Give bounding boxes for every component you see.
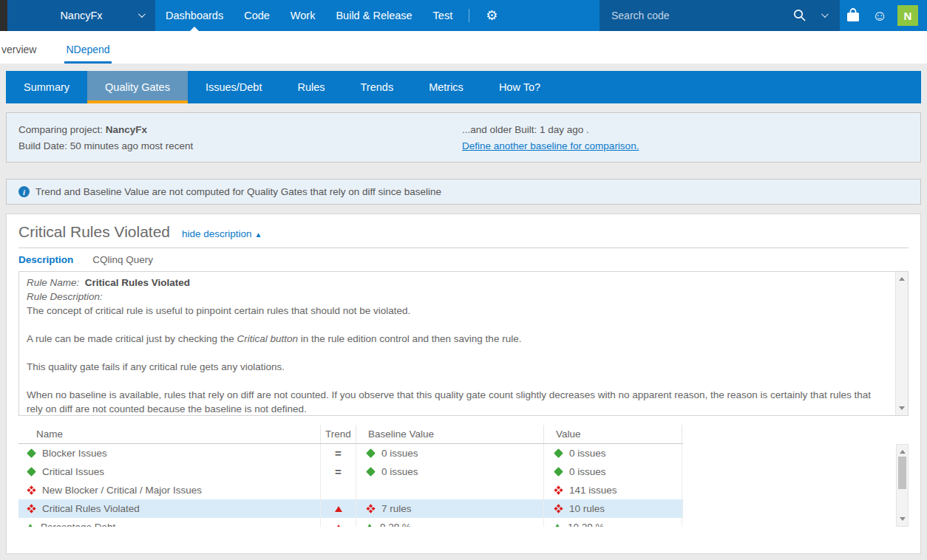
pass-diamond-icon — [365, 467, 376, 477]
nav-item-work[interactable]: Work — [280, 0, 326, 31]
tab-label: How To? — [499, 81, 540, 93]
search-scope-chevron-icon[interactable] — [821, 10, 829, 18]
hide-description-link[interactable]: hide description ▲ — [182, 228, 262, 239]
pass-diamond-icon — [26, 448, 36, 459]
smiley-glyph: ☺ — [872, 8, 887, 23]
cell-text: 0 issues — [381, 466, 418, 477]
nav-item-dashboards[interactable]: Dashboards — [155, 0, 234, 31]
improved-triangle-icon — [553, 524, 562, 527]
table-row[interactable]: Critical Issues=0 issues0 issues — [18, 462, 683, 481]
table-row[interactable]: Percentage Debt9.29 %10.29 % — [18, 518, 683, 527]
description-paragraph: A rule can be made critical just by chec… — [27, 332, 888, 346]
baseline-compare-panel: Comparing project: NancyFx Build Date: 5… — [6, 112, 921, 163]
older-build-line: ...and older Built: 1 day ago . — [462, 123, 639, 137]
build-date-line: Build Date: 50 minutes ago most recent — [18, 140, 462, 153]
gear-glyph: ⚙ — [486, 9, 498, 22]
scrollbar-thumb[interactable] — [898, 457, 906, 489]
cell-trend — [321, 518, 356, 527]
paragraph-text: in the rule edition control and then sav… — [298, 333, 521, 344]
quality-gate-card: Critical Rules Violated hide description… — [6, 214, 921, 554]
table-header-row: Name Trend Baseline Value Value — [18, 425, 683, 444]
table-row[interactable]: Blocker Issues=0 issues0 issues — [18, 444, 683, 462]
main-nav: Dashboards Code Work Build & Release Tes… — [155, 0, 508, 31]
cell-baseline-value: 0 issues — [356, 462, 544, 481]
table-scrollbar[interactable] — [896, 444, 909, 527]
cell-value: 0 issues — [544, 462, 682, 481]
cell-trend — [321, 481, 356, 499]
collapsed-hub-strip[interactable] — [0, 0, 7, 31]
scroll-up-arrow-icon[interactable] — [899, 277, 905, 281]
user-avatar[interactable]: N — [897, 5, 918, 26]
description-scrollbar[interactable] — [895, 272, 908, 415]
info-banner: i Trend and Baseline Value are not compu… — [6, 179, 921, 205]
worsened-triangle-icon — [335, 525, 342, 527]
improved-triangle-icon — [365, 524, 374, 527]
search-input[interactable]: Search code — [611, 10, 670, 21]
pass-diamond-icon — [26, 467, 36, 477]
cell-text: Blocker Issues — [42, 448, 107, 459]
tab-label: Rules — [297, 81, 325, 93]
fail-diamond-icon — [553, 504, 563, 514]
column-header-trend[interactable]: Trend — [321, 425, 356, 443]
nav-label: Build & Release — [336, 10, 412, 21]
tab-rules[interactable]: Rules — [279, 71, 342, 103]
scroll-down-arrow-icon[interactable] — [900, 517, 906, 521]
cell-value: 10 rules — [544, 499, 682, 518]
cell-baseline-value: 7 rules — [356, 499, 544, 518]
cell-value: 10.29 % — [544, 518, 682, 527]
cell-value: 141 issues — [544, 481, 682, 499]
cell-value: 0 issues — [544, 444, 682, 462]
nav-item-build-release[interactable]: Build & Release — [325, 0, 422, 31]
cell-name: Critical Issues — [18, 462, 321, 481]
paragraph-text: A rule can be made critical just by chec… — [27, 333, 237, 344]
trend-equal-icon: = — [333, 467, 344, 477]
nav-item-test[interactable]: Test — [423, 0, 464, 31]
column-header-value[interactable]: Value — [544, 425, 682, 443]
tab-overview[interactable]: verview — [0, 35, 38, 64]
spacer — [0, 64, 927, 71]
project-selector[interactable]: NancyFx — [7, 0, 155, 31]
tab-cqlinq-query[interactable]: CQlinq Query — [92, 254, 153, 265]
tab-quality-gates[interactable]: Quality Gates — [87, 71, 188, 103]
description-content: Rule Name: Critical Rules Violated Rule … — [19, 272, 895, 415]
tab-ndepend[interactable]: NDepend — [64, 35, 111, 64]
table-row[interactable]: Critical Rules Violated7 rules10 rules — [18, 499, 683, 518]
description-paragraph: The concept of critical rule is useful t… — [27, 304, 888, 318]
info-icon: i — [18, 186, 30, 197]
bag-glyph — [844, 7, 862, 24]
tab-metrics[interactable]: Metrics — [411, 71, 481, 103]
settings-gear-icon[interactable]: ⚙ — [475, 0, 508, 31]
nav-item-code[interactable]: Code — [234, 0, 280, 31]
search-icon[interactable] — [792, 8, 807, 23]
comparing-label: Comparing project: — [18, 124, 106, 135]
collapse-triangle-icon: ▲ — [254, 231, 262, 239]
tab-trends[interactable]: Trends — [343, 71, 412, 103]
cell-text: 10.29 % — [568, 522, 605, 527]
tab-description[interactable]: Description — [18, 254, 73, 265]
feedback-smiley-icon[interactable]: ☺ — [866, 0, 893, 31]
cell-baseline-value: 0 issues — [356, 444, 544, 462]
chevron-down-icon — [138, 10, 146, 18]
compare-left-column: Comparing project: NancyFx Build Date: 5… — [18, 120, 462, 153]
nav-right-group: Search code ☺ N — [600, 0, 927, 31]
tab-how-to[interactable]: How To? — [481, 71, 558, 103]
define-baseline-link[interactable]: Define another baseline for comparison. — [462, 140, 639, 151]
description-tabs: Description CQlinq Query — [18, 254, 909, 265]
search-box[interactable]: Search code — [600, 0, 840, 31]
table-row[interactable]: New Blocker / Critical / Major Issues141… — [18, 481, 683, 499]
fail-diamond-icon — [26, 504, 36, 514]
column-header-baseline-value[interactable]: Baseline Value — [356, 425, 544, 443]
info-banner-text: Trend and Baseline Value are not compute… — [35, 186, 441, 197]
scroll-down-arrow-icon[interactable] — [899, 406, 905, 410]
dashboard-tabs-row: verview NDepend — [0, 31, 927, 64]
worsened-triangle-icon — [335, 506, 342, 512]
scroll-up-arrow-icon[interactable] — [900, 450, 906, 454]
rule-name-label: Rule Name: — [27, 277, 79, 288]
column-header-name[interactable]: Name — [18, 425, 321, 443]
marketplace-bag-icon[interactable] — [840, 0, 866, 31]
cell-baseline-value: 9.29 % — [356, 518, 544, 527]
tab-label: Trends — [361, 81, 394, 93]
tab-issues-debt[interactable]: Issues/Debt — [188, 71, 280, 103]
nav-label: Code — [244, 10, 270, 21]
tab-summary[interactable]: Summary — [6, 71, 87, 103]
